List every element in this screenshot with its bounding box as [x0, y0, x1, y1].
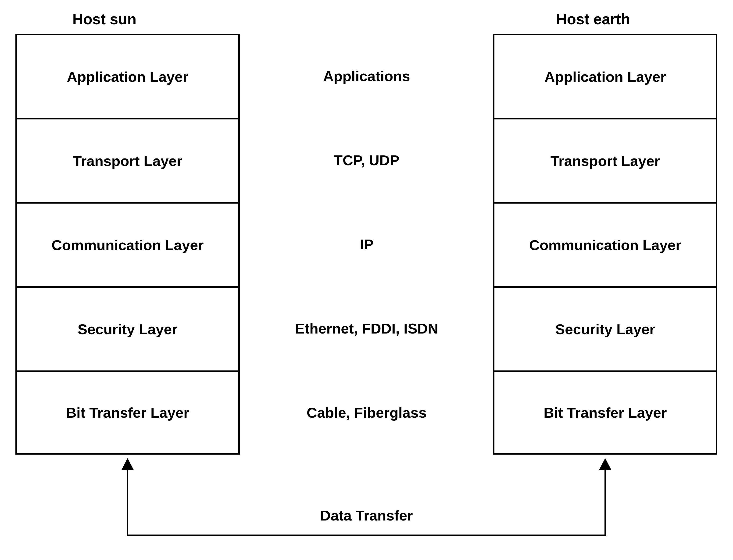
stack-right: Application Layer Transport Layer Commun… — [493, 34, 717, 455]
layer-diagram: Host sun Host earth Application Layer Tr… — [0, 0, 733, 560]
middle-column: Applications TCP, UDP IP Ethernet, FDDI,… — [244, 34, 490, 455]
right-layer-communication: Communication Layer — [493, 202, 717, 286]
right-layer-application: Application Layer — [493, 34, 717, 118]
middle-ethernet: Ethernet, FDDI, ISDN — [244, 286, 490, 370]
right-layer-security: Security Layer — [493, 286, 717, 370]
right-layer-bit-transfer: Bit Transfer Layer — [493, 370, 717, 455]
right-layer-transport: Transport Layer — [493, 118, 717, 202]
middle-ip: IP — [244, 202, 490, 286]
stack-left: Application Layer Transport Layer Commun… — [15, 34, 240, 455]
svg-marker-0 — [122, 458, 134, 470]
data-transfer-label: Data Transfer — [320, 507, 413, 524]
middle-tcp-udp: TCP, UDP — [244, 118, 490, 202]
left-layer-communication: Communication Layer — [15, 202, 240, 286]
middle-cable: Cable, Fiberglass — [244, 370, 490, 455]
left-layer-security: Security Layer — [15, 286, 240, 370]
left-layer-application: Application Layer — [15, 34, 240, 118]
middle-applications: Applications — [244, 34, 490, 118]
svg-marker-1 — [599, 458, 611, 470]
host-sun-title: Host sun — [72, 11, 137, 28]
left-layer-transport: Transport Layer — [15, 118, 240, 202]
left-layer-bit-transfer: Bit Transfer Layer — [15, 370, 240, 455]
host-earth-title: Host earth — [556, 11, 630, 28]
